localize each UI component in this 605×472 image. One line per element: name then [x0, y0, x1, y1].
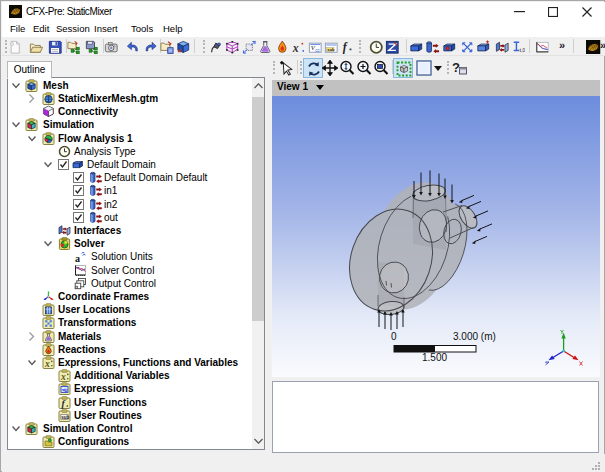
svg-text:0: 0: [391, 331, 397, 342]
svg-text:3.000 (m): 3.000 (m): [453, 331, 496, 342]
svg-text:1.500: 1.500: [422, 352, 447, 363]
